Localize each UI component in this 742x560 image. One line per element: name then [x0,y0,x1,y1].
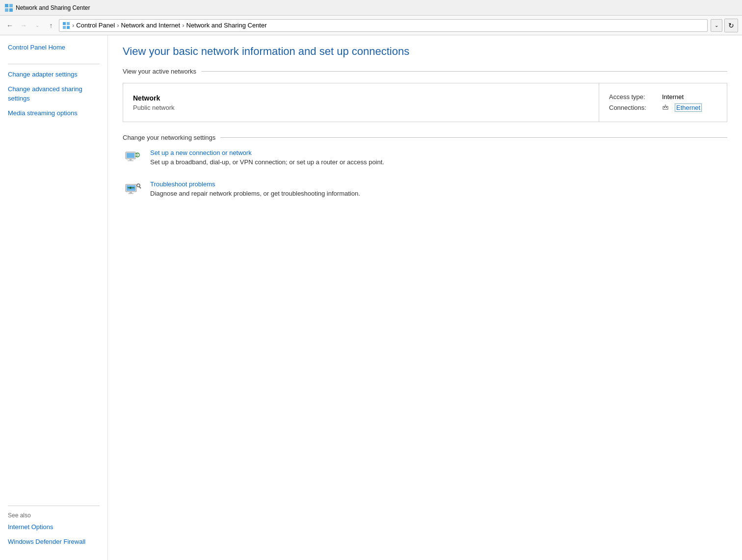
setup-connection-link[interactable]: Set up a new connection or network [150,149,727,156]
dropdown-history-button[interactable]: ⌄ [31,20,43,31]
sidebar-item-internet-options[interactable]: Internet Options [8,523,100,532]
access-type-label: Access type: [609,93,658,101]
sidebar-divider-1 [8,64,100,64]
change-settings-header: Change your networking settings [123,134,727,141]
network-type: Public network [133,104,589,111]
sidebar-bottom: See also Internet Options Windows Defend… [8,500,100,552]
network-info-panel: Network Public network [123,83,599,122]
troubleshoot-item: Troubleshoot problems Diagnose and repai… [123,180,727,200]
breadcrumb-control-panel[interactable]: Control Panel [76,22,115,29]
sidebar: Control Panel Home Change adapter settin… [0,35,108,560]
connections-label: Connections: [609,104,658,111]
troubleshoot-link[interactable]: Troubleshoot problems [150,180,727,188]
svg-rect-4 [63,22,66,25]
change-settings-section: Change your networking settings [123,134,727,200]
svg-rect-1 [9,4,13,7]
ethernet-link[interactable]: Ethernet [675,103,702,112]
svg-rect-7 [67,26,70,29]
svg-rect-3 [9,8,13,12]
setup-connection-icon [123,149,142,169]
main-layout: Control Panel Home Change adapter settin… [0,35,742,560]
setup-connection-item: Set up a new connection or network Set u… [123,149,727,169]
section-divider-line-1 [201,71,727,72]
setup-connection-desc: Set up a broadband, dial-up, or VPN conn… [150,158,384,166]
svg-rect-0 [5,4,8,7]
active-networks-header: View your active networks [123,68,727,75]
see-also-label: See also [8,512,100,519]
sidebar-item-change-adapter-settings[interactable]: Change adapter settings [8,70,100,79]
breadcrumb-icon [62,22,70,29]
address-path: › Control Panel › Network and Internet ›… [59,19,708,32]
page-title: View your basic network information and … [123,45,727,58]
active-networks-heading: View your active networks [123,68,196,75]
breadcrumb-current: Network and Sharing Center [186,22,267,29]
svg-point-24 [137,184,140,187]
title-bar: Network and Sharing Center [0,0,742,16]
sidebar-item-windows-defender-firewall[interactable]: Windows Defender Firewall [8,537,100,546]
svg-rect-15 [128,160,133,161]
svg-rect-22 [130,192,132,193]
network-access-panel: Access type: Internet Connections: Ether… [599,83,727,122]
section-divider-line-2 [220,137,727,138]
title-bar-icon [5,4,13,12]
access-type-row: Access type: Internet [609,93,717,101]
svg-rect-11 [666,107,667,108]
content-area: View your basic network information and … [108,35,742,560]
breadcrumb-sep-3: › [182,22,184,29]
svg-rect-10 [664,107,665,108]
sidebar-divider-2 [8,506,100,506]
breadcrumb-sep-1: › [72,22,74,29]
access-type-value: Internet [662,93,684,101]
address-dropdown-button[interactable]: ⌄ [711,19,722,32]
active-networks-box: Network Public network Access type: Inte… [123,83,727,122]
troubleshoot-text: Troubleshoot problems Diagnose and repai… [150,180,727,197]
breadcrumb-sep-2: › [117,22,119,29]
sidebar-item-control-panel-home[interactable]: Control Panel Home [8,43,100,52]
svg-point-21 [130,187,132,189]
svg-rect-23 [128,193,133,194]
connections-row: Connections: Ethernet [609,103,717,112]
forward-button[interactable]: → [18,20,29,31]
refresh-button[interactable]: ↻ [724,19,738,32]
back-button[interactable]: ← [4,20,16,31]
title-bar-title: Network and Sharing Center [16,4,90,11]
change-settings-heading: Change your networking settings [123,134,215,141]
svg-rect-2 [5,8,8,12]
svg-rect-5 [67,22,70,25]
troubleshoot-icon [123,180,142,200]
troubleshoot-desc: Diagnose and repair network problems, or… [150,190,360,197]
sidebar-item-change-advanced-sharing[interactable]: Change advanced sharing settings [8,85,100,102]
ethernet-icon [662,104,671,111]
setup-connection-text: Set up a new connection or network Set u… [150,149,727,166]
network-name: Network [133,94,589,102]
svg-line-25 [139,187,141,188]
address-bar: ← → ⌄ ↑ › Control Panel › Network and In… [0,16,742,35]
svg-rect-8 [663,106,668,109]
up-button[interactable]: ↑ [45,20,57,31]
svg-rect-13 [127,153,134,158]
svg-rect-6 [63,26,66,29]
svg-rect-14 [130,159,132,160]
sidebar-item-media-streaming[interactable]: Media streaming options [8,109,100,118]
breadcrumb-network-internet[interactable]: Network and Internet [121,22,180,29]
